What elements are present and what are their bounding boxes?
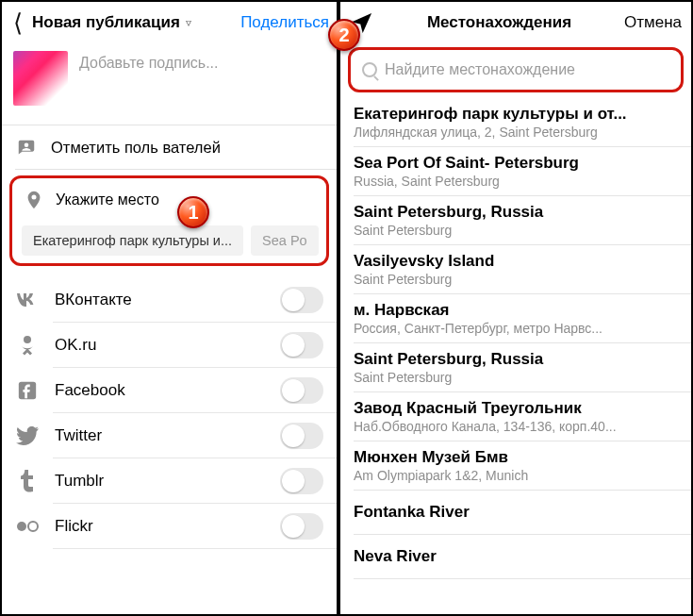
- location-result[interactable]: м. НарвскаяРоссия, Санкт-Петербург, метр…: [340, 294, 691, 343]
- cancel-button[interactable]: Отмена: [624, 13, 682, 32]
- person-tag-icon: [15, 137, 38, 159]
- svg-point-2: [17, 522, 26, 531]
- search-placeholder: Найдите местонахождение: [385, 61, 575, 78]
- locations-panel: Местонахождения Отмена Найдите местонахо…: [340, 2, 691, 614]
- vk-icon: [15, 288, 40, 312]
- social-label: Twitter: [55, 426, 265, 445]
- social-label: ВКонтакте: [55, 291, 265, 309]
- facebook-icon: [15, 378, 40, 403]
- back-icon[interactable]: ⟨: [9, 10, 26, 35]
- left-header: ⟨ Новая публикация ▿ Поделиться: [2, 2, 337, 43]
- add-location-block: Укажите место Екатерингоф парк культуры …: [9, 175, 329, 266]
- social-row-twitter: Twitter: [2, 413, 337, 458]
- share-to-socials: ВКонтакте OK.ru Facebook Twitter Tumblr: [2, 277, 337, 549]
- location-result[interactable]: Saint Petersburg, RussiaSaint Petersburg: [340, 196, 691, 245]
- location-result[interactable]: Saint Petersburg, RussiaSaint Petersburg: [340, 343, 691, 392]
- toggle-facebook[interactable]: [280, 377, 323, 404]
- social-row-tumblr: Tumblr: [2, 458, 337, 504]
- right-header: Местонахождения Отмена: [340, 2, 691, 43]
- twitter-icon: [15, 424, 40, 448]
- caption-row: Добавьте подпись...: [2, 43, 337, 125]
- location-result[interactable]: Екатерингоф парк культуры и от...Лифлянд…: [340, 98, 691, 147]
- svg-point-0: [24, 336, 31, 343]
- social-label: Facebook: [55, 381, 265, 400]
- caption-input[interactable]: Добавьте подпись...: [79, 51, 219, 72]
- toggle-vk[interactable]: [280, 287, 323, 313]
- callout-badge-1: 1: [177, 196, 209, 228]
- location-result[interactable]: Мюнхен Музей БмвAm Olympiapark 1&2, Muni…: [340, 441, 691, 491]
- chevron-down-icon[interactable]: ▿: [186, 16, 191, 29]
- social-label: Flickr: [55, 517, 265, 536]
- toggle-ok[interactable]: [280, 332, 323, 358]
- flickr-icon: [15, 514, 40, 539]
- svg-point-3: [28, 522, 38, 531]
- post-thumbnail[interactable]: [13, 51, 68, 106]
- tag-people-row[interactable]: Отметить поль вателей: [2, 125, 337, 170]
- add-location-row[interactable]: Укажите место: [16, 180, 322, 220]
- location-result[interactable]: Neva River: [340, 535, 691, 579]
- location-result[interactable]: Fontanka River: [340, 491, 691, 535]
- location-suggestions: Екатерингоф парк культуры и... Sea Po: [16, 220, 322, 258]
- location-result[interactable]: Завод Красный ТреугольникНаб.Обводного К…: [340, 392, 691, 441]
- location-result[interactable]: Sea Port Of Saint- PetersburgRussia, Sai…: [340, 147, 691, 196]
- location-chip[interactable]: Екатерингоф парк культуры и...: [22, 225, 243, 256]
- social-label: OK.ru: [55, 336, 265, 355]
- social-label: Tumblr: [55, 472, 265, 491]
- location-results[interactable]: Екатерингоф парк культуры и от...Лифлянд…: [340, 98, 691, 614]
- social-row-flickr: Flickr: [2, 504, 337, 549]
- tag-people-label: Отметить поль вателей: [51, 139, 221, 157]
- location-chip[interactable]: Sea Po: [251, 225, 319, 256]
- callout-badge-2: 2: [328, 19, 360, 51]
- toggle-twitter[interactable]: [280, 423, 323, 449]
- toggle-tumblr[interactable]: [280, 468, 323, 494]
- new-post-panel: ⟨ Новая публикация ▿ Поделиться Добавьте…: [2, 2, 340, 614]
- social-row-vk: ВКонтакте: [2, 277, 337, 323]
- search-input[interactable]: Найдите местонахождение: [356, 54, 675, 86]
- social-row-facebook: Facebook: [2, 368, 337, 413]
- search-icon: [362, 62, 377, 77]
- location-result[interactable]: Vasilyevsky IslandSaint Petersburg: [340, 245, 691, 294]
- ok-icon: [15, 333, 40, 358]
- right-title: Местонахождения: [427, 13, 571, 32]
- pin-icon: [24, 190, 44, 210]
- tumblr-icon: [15, 469, 40, 493]
- search-highlight: Найдите местонахождение: [348, 47, 684, 92]
- add-location-label: Укажите место: [56, 191, 159, 208]
- share-button[interactable]: Поделиться: [240, 13, 329, 32]
- left-title: Новая публикация: [32, 13, 180, 32]
- toggle-flickr[interactable]: [280, 513, 323, 540]
- social-row-ok: OK.ru: [2, 323, 337, 368]
